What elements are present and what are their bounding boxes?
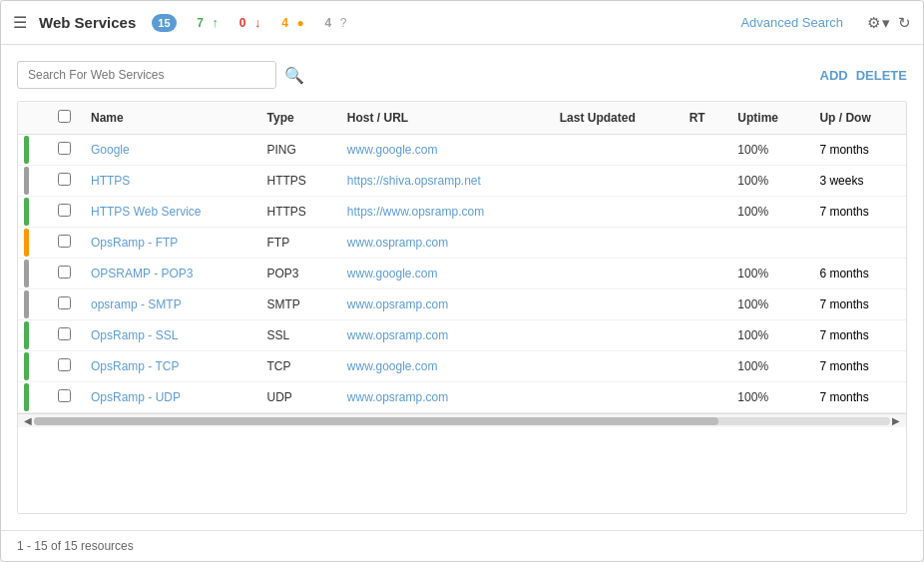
table-row: OpsRamp - TCP TCP www.google.com 100% 7 …	[18, 351, 906, 382]
last-updated-cell	[550, 197, 680, 228]
unknown-icon: ?	[340, 16, 347, 30]
gear-icon: ⚙	[867, 14, 880, 32]
row-checkbox[interactable]	[58, 358, 71, 371]
type-cell: UDP	[257, 382, 337, 413]
page-title: Web Services	[39, 14, 136, 31]
host-cell: www.ospramp.com	[337, 228, 550, 259]
row-checkbox[interactable]	[58, 266, 71, 279]
add-button[interactable]: ADD	[820, 68, 848, 83]
refresh-button[interactable]: ↻	[898, 14, 911, 32]
host-link[interactable]: www.google.com	[347, 143, 438, 157]
search-icon[interactable]: 🔍	[284, 66, 304, 85]
last-updated-cell	[550, 166, 680, 197]
host-cell: www.google.com	[337, 135, 550, 166]
type-cell: FTP	[257, 228, 337, 259]
host-cell: https://www.opsramp.com	[337, 197, 550, 228]
host-link[interactable]: https://shiva.opsramp.net	[347, 174, 481, 188]
row-checkbox[interactable]	[58, 296, 71, 309]
row-checkbox[interactable]	[58, 389, 71, 402]
name-cell: HTTPS	[81, 166, 257, 197]
settings-button[interactable]: ⚙ ▾	[867, 14, 890, 32]
col-uptime: Uptime	[727, 102, 809, 135]
unknown-badge-group: 4 ?	[318, 14, 347, 32]
last-updated-cell	[550, 289, 680, 320]
row-checkbox[interactable]	[58, 327, 71, 340]
service-name-link[interactable]: opsramp - SMTP	[91, 297, 182, 311]
status-bar	[24, 321, 29, 349]
host-cell: www.opsramp.com	[337, 382, 550, 413]
last-updated-cell	[550, 382, 680, 413]
rt-cell	[680, 166, 728, 197]
rt-cell	[680, 228, 728, 259]
service-name-link[interactable]: Google	[91, 143, 130, 157]
uptime-cell: 100%	[727, 320, 809, 351]
service-name-link[interactable]: HTTPS	[91, 174, 130, 188]
service-name-link[interactable]: OpsRamp - TCP	[91, 359, 179, 373]
row-checkbox-cell	[48, 382, 81, 413]
updown-cell: 7 months	[809, 351, 906, 382]
type-cell: SSL	[257, 320, 337, 351]
advanced-search-link[interactable]: Advanced Search	[740, 15, 843, 30]
type-cell: PING	[257, 135, 337, 166]
horizontal-scrollbar[interactable]: ◀ ▶	[18, 413, 906, 427]
warn-count[interactable]: 4	[275, 14, 295, 32]
updown-cell: 7 months	[809, 382, 906, 413]
uptime-cell: 100%	[727, 289, 809, 320]
down-count[interactable]: 0	[232, 14, 252, 32]
row-checkbox[interactable]	[58, 142, 71, 155]
service-name-link[interactable]: OpsRamp - UDP	[91, 390, 181, 404]
last-updated-cell	[550, 320, 680, 351]
header-bar: ☰ Web Services 15 7 ↑ 0 ↓ 4 ● 4 ? Advanc…	[1, 1, 923, 45]
unknown-count[interactable]: 4	[318, 14, 338, 32]
host-link[interactable]: www.opsramp.com	[347, 390, 448, 404]
scroll-left-icon[interactable]: ◀	[22, 415, 34, 426]
host-link[interactable]: www.google.com	[347, 267, 438, 281]
service-name-link[interactable]: OpsRamp - SSL	[91, 328, 178, 342]
updown-cell: 7 months	[809, 135, 906, 166]
name-cell: Google	[81, 135, 257, 166]
updown-cell	[809, 228, 906, 259]
host-link[interactable]: www.google.com	[347, 359, 438, 373]
status-indicator-cell	[18, 382, 48, 413]
service-name-link[interactable]: HTTPS Web Service	[91, 205, 201, 219]
status-bar	[24, 290, 29, 318]
service-name-link[interactable]: OpsRamp - FTP	[91, 236, 178, 250]
name-cell: OpsRamp - TCP	[81, 351, 257, 382]
table-scroll-area[interactable]: Name Type Host / URL Last Updated RT Upt…	[18, 102, 906, 413]
up-badge-group: 7 ↑	[191, 14, 220, 32]
col-host: Host / URL	[337, 102, 550, 135]
table-row: opsramp - SMTP SMTP www.opsramp.com 100%…	[18, 289, 906, 320]
total-count-badge[interactable]: 15	[152, 14, 176, 32]
search-input[interactable]	[17, 61, 276, 89]
row-checkbox[interactable]	[58, 204, 71, 217]
rt-cell	[680, 197, 728, 228]
name-cell: OpsRamp - FTP	[81, 228, 257, 259]
uptime-cell: 100%	[727, 351, 809, 382]
host-cell: https://shiva.opsramp.net	[337, 166, 550, 197]
host-link[interactable]: www.opsramp.com	[347, 297, 448, 311]
host-link[interactable]: www.opsramp.com	[347, 328, 448, 342]
rt-cell	[680, 259, 728, 289]
table-row: Google PING www.google.com 100% 7 months	[18, 135, 906, 166]
row-checkbox[interactable]	[58, 173, 71, 186]
menu-icon[interactable]: ☰	[13, 13, 27, 32]
uptime-cell: 100%	[727, 197, 809, 228]
action-buttons: ADD DELETE	[820, 68, 907, 83]
select-all-checkbox[interactable]	[58, 110, 71, 123]
service-name-link[interactable]: OPSRAMP - POP3	[91, 267, 193, 281]
status-indicator-cell	[18, 259, 48, 289]
up-count[interactable]: 7	[191, 14, 211, 32]
row-checkbox-cell	[48, 228, 81, 259]
table-row: OpsRamp - FTP FTP www.ospramp.com	[18, 228, 906, 259]
updown-cell: 7 months	[809, 320, 906, 351]
host-link[interactable]: www.ospramp.com	[347, 236, 448, 250]
host-link[interactable]: https://www.opsramp.com	[347, 205, 484, 219]
last-updated-cell	[550, 228, 680, 259]
scroll-right-icon[interactable]: ▶	[890, 415, 902, 426]
status-indicator-cell	[18, 197, 48, 228]
status-indicator-cell	[18, 289, 48, 320]
table-row: OpsRamp - SSL SSL www.opsramp.com 100% 7…	[18, 320, 906, 351]
delete-button[interactable]: DELETE	[856, 68, 907, 83]
last-updated-cell	[550, 135, 680, 166]
row-checkbox[interactable]	[58, 235, 71, 248]
